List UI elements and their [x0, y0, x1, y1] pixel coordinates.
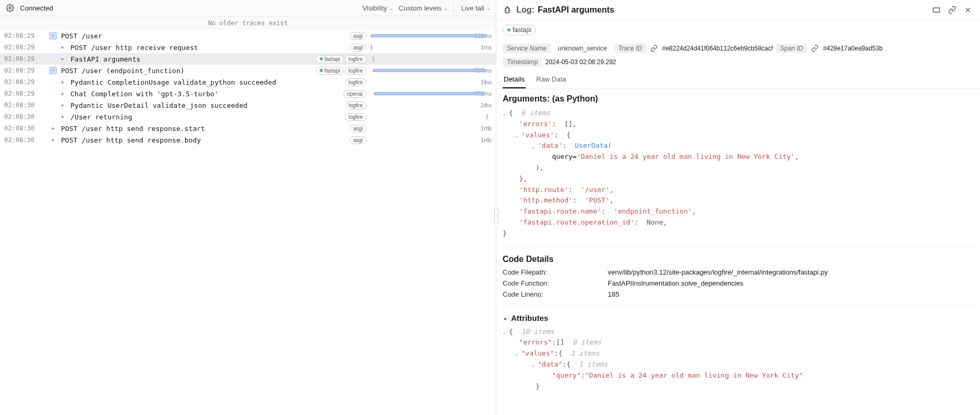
timestamp-val: 2024-05-03 02:08:29.292 [545, 58, 616, 66]
trace-id-pill: Trace ID [614, 44, 646, 53]
code-function-key: Code Function: [503, 279, 608, 287]
collapse-icon[interactable]: − [49, 32, 57, 39]
chevron-down-icon: ⌄ [486, 5, 491, 11]
attributes-heading[interactable]: ⌄Attributes [503, 313, 974, 322]
badge-asgi: asgi [350, 136, 366, 144]
meta-row: Service Name unknown_service Trace ID #e… [496, 39, 980, 57]
trace-timestamp: 02:08:29 [4, 67, 41, 74]
caret-icon[interactable]: ⌄ [532, 142, 537, 150]
trace-timeline: 1ms [371, 44, 492, 50]
diamond-icon: ■ [57, 77, 68, 87]
diamond-icon: ■ [57, 100, 68, 110]
panel-resize-handle[interactable]: ⋮ [494, 208, 498, 224]
top-bar: Connected Visibility⌄ Custom levels⌄ Liv… [0, 0, 496, 16]
code-lineno-val: 185 [608, 290, 974, 298]
tab-raw-data[interactable]: Raw Data [535, 71, 567, 88]
badge-logfire: logfire [345, 67, 366, 75]
trace-message: FastAPI arguments [70, 55, 312, 63]
link-icon[interactable] [946, 4, 958, 16]
trace-timeline: 2ms [371, 102, 492, 108]
trace-badges: asgi [350, 125, 366, 133]
chevron-down-icon: ⌄ [503, 314, 508, 321]
trace-message: Pydantic CompletionUsage validate_python… [70, 78, 341, 86]
trace-badges: asgi [350, 44, 366, 52]
trace-badges: fastapilogfire [316, 55, 366, 63]
detail-title: Log: FastAPI arguments [516, 5, 614, 15]
diamond-icon: ■ [48, 135, 58, 145]
trace-message: POST /user http send response.body [61, 136, 345, 144]
trace-row[interactable]: 02:08:30■/User returninglogfire [0, 111, 496, 123]
caret-icon[interactable]: ⌄ [503, 109, 508, 118]
trace-row[interactable]: 02:08:29−POST /user (endpoint_function)f… [0, 65, 496, 76]
link-icon[interactable] [649, 44, 659, 53]
live-tail-dropdown[interactable]: Live tail⌄ [453, 4, 491, 12]
trace-timestamp: 02:08:29 [4, 90, 41, 97]
span-id-pill: Span ID [776, 44, 807, 53]
custom-levels-dropdown[interactable]: Custom levels⌄ [399, 4, 448, 12]
badge-fastapi-dot: fastapi [316, 67, 343, 75]
trace-row[interactable]: 02:08:30■POST /user http send response.s… [0, 123, 496, 134]
trace-id-val[interactable]: #e8224d24d41f064b112c6eb9cb58cacf [662, 45, 773, 52]
arguments-heading: Arguments: (as Python) [503, 94, 974, 104]
trace-timeline: 1ms [371, 125, 492, 131]
trace-message: /User returning [70, 113, 341, 121]
detail-header: Log: FastAPI arguments [496, 0, 980, 21]
svg-rect-2 [933, 8, 940, 12]
trace-message: Chat Completion with 'gpt-3.5-turbo' [70, 90, 339, 98]
trace-row[interactable]: 02:08:30■POST /user http send response.b… [0, 134, 496, 146]
badge-openai: openai [343, 90, 366, 98]
bug-icon [503, 5, 512, 15]
badge-fastapi-dot: fastapi [316, 55, 343, 63]
trace-timestamp: 02:08:29 [4, 44, 41, 51]
badge-asgi: asgi [350, 125, 366, 133]
attributes-code: ⌄{ 10 items "errors":[] 0 items ⌄"values… [503, 327, 974, 392]
arguments-code: ⌄{ 6 items 'errors': [], ⌄'values': { ⌄'… [503, 108, 974, 239]
no-older-message: No older traces exist [0, 16, 496, 30]
trace-timeline: 797ms [371, 67, 492, 74]
span-id-val[interactable]: #428e17a0ea9ad53b [823, 45, 882, 52]
timestamp-row: Timestamp 2024-05-03 02:08:29.292 [496, 57, 980, 71]
gear-icon[interactable] [5, 3, 15, 13]
close-icon[interactable] [962, 4, 974, 16]
trace-message: Pydantic UserDetail validate_json succee… [70, 102, 341, 109]
caret-icon[interactable]: ⌄ [515, 350, 520, 358]
trace-row[interactable]: 02:08:29−POST /userasgi810ms [0, 30, 496, 42]
trace-timestamp: 02:08:30 [4, 125, 41, 132]
timestamp-pill: Timestamp [503, 57, 542, 67]
trace-message: POST /user [61, 32, 345, 40]
trace-duration: 1ms [472, 79, 492, 85]
code-details-section: Code Details Code Filepath: venv/lib/pyt… [496, 249, 980, 303]
diamond-icon: ■ [57, 112, 68, 122]
tab-details[interactable]: Details [503, 71, 526, 88]
trace-row[interactable]: 02:08:29■Chat Completion with 'gpt-3.5-t… [0, 88, 496, 99]
trace-duration: 2ms [472, 102, 492, 108]
detail-tabs: Details Raw Data [496, 71, 980, 89]
visibility-dropdown[interactable]: Visibility⌄ [363, 4, 394, 12]
trace-row[interactable]: 02:08:29■Pydantic CompletionUsage valida… [0, 76, 496, 88]
code-function-val: FastAPIInstrumentation.solve_dependencie… [608, 279, 974, 287]
trace-message: POST /user http send response.start [61, 125, 345, 133]
service-name-val: unknown_service [554, 44, 611, 53]
trace-timeline: 775ms [371, 90, 492, 97]
detail-panel: Log: FastAPI arguments fastapi Service N… [496, 0, 980, 415]
trace-row[interactable]: 02:08:29■FastAPI argumentsfastapilogfire [0, 53, 496, 65]
expand-icon[interactable] [931, 4, 942, 16]
trace-row[interactable]: 02:08:29■POST /user http receive request… [0, 42, 496, 53]
trace-badges: asgi [350, 136, 366, 144]
caret-icon[interactable]: ⌄ [503, 328, 508, 337]
trace-row[interactable]: 02:08:30■Pydantic UserDetail validate_js… [0, 99, 496, 111]
connected-status: Connected [20, 4, 53, 12]
trace-timestamp: 02:08:29 [4, 78, 41, 86]
trace-badges: fastapilogfire [316, 67, 366, 75]
trace-badges: asgi [350, 32, 366, 40]
trace-badges: logfire [345, 78, 366, 86]
caret-icon[interactable]: ⌄ [515, 131, 520, 140]
code-details-heading: Code Details [503, 255, 974, 264]
trace-timeline: 810ms [371, 33, 492, 39]
trace-timestamp: 02:08:29 [4, 55, 41, 63]
badge-logfire: logfire [345, 102, 366, 109]
code-filepath-key: Code Filepath: [503, 268, 608, 276]
collapse-icon[interactable]: − [49, 67, 57, 74]
caret-icon[interactable]: ⌄ [532, 361, 537, 369]
link-icon[interactable] [810, 44, 820, 53]
